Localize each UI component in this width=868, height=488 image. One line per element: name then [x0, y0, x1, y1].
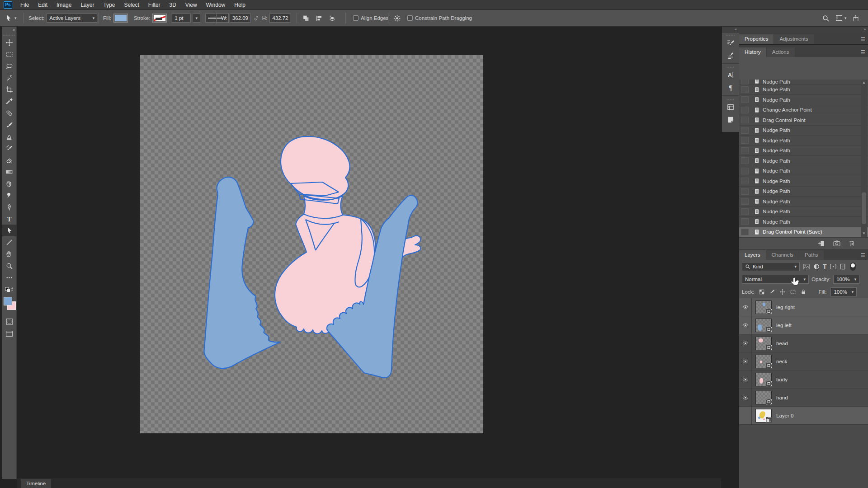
- panel-menu-icon[interactable]: ☰: [860, 49, 865, 57]
- layer-visibility-toggle[interactable]: [739, 371, 752, 389]
- history-row[interactable]: Nudge Path: [739, 207, 868, 217]
- lock-position-icon[interactable]: [779, 289, 786, 295]
- history-source-well[interactable]: [741, 178, 749, 184]
- layer-thumbnail[interactable]: [755, 300, 772, 314]
- filter-type-layers-icon[interactable]: T: [823, 263, 827, 270]
- history-row[interactable]: Nudge Path: [739, 136, 868, 146]
- height-field[interactable]: 432.72 px: [269, 14, 290, 23]
- dock-tool-presets[interactable]: [722, 49, 739, 62]
- history-row[interactable]: Nudge Path: [739, 156, 868, 166]
- history-source-well[interactable]: [741, 208, 749, 215]
- tool-hand[interactable]: [2, 248, 17, 260]
- tool-brush[interactable]: [2, 119, 17, 131]
- toolbar-grip[interactable]: ▪▪▪▪▪▪▪▪: [2, 33, 16, 37]
- layer-row-leg-right[interactable]: leg right: [739, 298, 868, 316]
- history-row[interactable]: Nudge Path: [739, 166, 868, 177]
- lock-image-pixels-icon[interactable]: [769, 289, 775, 295]
- arrange-paths-icon[interactable]: [328, 14, 336, 22]
- layer-visibility-toggle[interactable]: [739, 334, 752, 352]
- layer-visibility-toggle[interactable]: [739, 407, 752, 425]
- layer-row-leg-left[interactable]: leg left: [739, 316, 868, 334]
- dock-collapse-button[interactable]: «: [722, 27, 739, 33]
- tool-gradient[interactable]: [2, 166, 17, 178]
- filter-shape-layers-icon[interactable]: [830, 263, 837, 270]
- layer-row-hand[interactable]: hand: [739, 389, 868, 407]
- layer-thumbnail[interactable]: [755, 409, 772, 422]
- layer-thumbnail[interactable]: [755, 319, 772, 332]
- lock-transparent-pixels-icon[interactable]: [759, 289, 765, 295]
- align-paths-icon[interactable]: [315, 14, 323, 22]
- layer-thumbnail[interactable]: [755, 373, 772, 386]
- history-source-well[interactable]: [741, 218, 749, 225]
- new-document-from-state-icon[interactable]: [818, 239, 826, 247]
- share-icon[interactable]: [852, 14, 859, 22]
- tab-properties[interactable]: Properties: [739, 34, 774, 44]
- constrain-path-dragging-checkbox[interactable]: [407, 15, 413, 21]
- tab-history[interactable]: History: [739, 47, 766, 57]
- menu-window[interactable]: Window: [202, 0, 230, 10]
- panel-menu-icon[interactable]: ☰: [860, 36, 865, 44]
- scroll-down-icon[interactable]: ▼: [862, 231, 866, 235]
- tab-timeline[interactable]: Timeline: [21, 479, 51, 488]
- history-source-well[interactable]: [741, 137, 749, 144]
- dock-paragraph[interactable]: ¶: [722, 81, 739, 94]
- delete-state-trash-icon[interactable]: [848, 239, 855, 247]
- menu-view[interactable]: View: [181, 0, 202, 10]
- menu-3d[interactable]: 3D: [165, 0, 180, 10]
- lock-artboard-icon[interactable]: [790, 289, 796, 295]
- layer-name[interactable]: hand: [776, 395, 788, 400]
- layer-visibility-toggle[interactable]: [739, 389, 752, 407]
- tab-paths[interactable]: Paths: [799, 250, 823, 260]
- history-row[interactable]: Change Anchor Point: [739, 105, 868, 116]
- history-source-well[interactable]: [741, 117, 749, 123]
- filter-adjustment-layers-icon[interactable]: [813, 263, 820, 270]
- layer-thumbnail[interactable]: [755, 355, 772, 368]
- tab-layers[interactable]: Layers: [739, 250, 766, 260]
- tool-edit-toolbar[interactable]: [2, 272, 17, 283]
- history-row[interactable]: Drag Control Point (Save): [739, 227, 868, 238]
- dock-notes[interactable]: [722, 113, 739, 126]
- tab-channels[interactable]: Channels: [766, 250, 799, 260]
- tool-spot-healing-brush[interactable]: [2, 107, 17, 119]
- opacity-dropdown[interactable]: 100% ▾: [833, 275, 859, 284]
- history-row[interactable]: Nudge Path: [739, 85, 868, 95]
- document-canvas[interactable]: [140, 55, 483, 433]
- history-source-well[interactable]: [741, 86, 749, 93]
- history-row[interactable]: Nudge Path: [739, 146, 868, 156]
- menu-layer[interactable]: Layer: [76, 0, 99, 10]
- layer-name[interactable]: body: [776, 377, 788, 382]
- history-row[interactable]: Nudge Path: [739, 187, 868, 197]
- gear-icon[interactable]: [393, 14, 401, 22]
- fill-dropdown[interactable]: 100% ▾: [830, 287, 857, 296]
- layer-visibility-toggle[interactable]: [739, 352, 752, 371]
- link-dimensions-icon[interactable]: [253, 14, 260, 22]
- dock-character[interactable]: A: [722, 69, 739, 81]
- search-icon[interactable]: [822, 14, 830, 22]
- panel-menu-icon[interactable]: ☰: [860, 252, 865, 260]
- layer-thumbnail[interactable]: [755, 337, 772, 350]
- layer-row-neck[interactable]: neck: [739, 352, 868, 371]
- menu-image[interactable]: Image: [52, 0, 76, 10]
- history-row[interactable]: Nudge Path: [739, 126, 868, 136]
- tool-history-brush[interactable]: [2, 142, 17, 154]
- width-field[interactable]: 362.09 px: [230, 14, 250, 23]
- layer-name[interactable]: leg right: [776, 305, 795, 310]
- history-source-well[interactable]: [741, 168, 749, 174]
- layer-row-body[interactable]: body: [739, 371, 868, 389]
- tool-eraser[interactable]: [2, 154, 17, 166]
- history-row[interactable]: Drag Control Point: [739, 115, 868, 126]
- stroke-width-field[interactable]: 1 pt: [172, 14, 191, 23]
- quick-mask-button[interactable]: [2, 316, 17, 328]
- tool-rectangular-marquee[interactable]: [2, 48, 17, 60]
- layer-name[interactable]: Layer 0: [776, 413, 793, 418]
- workspace-switcher[interactable]: ▾: [835, 14, 847, 22]
- scroll-up-icon[interactable]: ▲: [862, 80, 866, 84]
- tool-pen[interactable]: [2, 201, 17, 213]
- foreground-color-swatch[interactable]: [4, 297, 12, 305]
- layer-thumbnail[interactable]: [755, 391, 772, 404]
- tool-eyedropper[interactable]: [2, 95, 17, 107]
- stroke-swatch[interactable]: [152, 14, 167, 23]
- menu-select[interactable]: Select: [119, 0, 143, 10]
- history-scrollbar[interactable]: ▲ ▼: [861, 80, 867, 237]
- toolbar-collapse-button[interactable]: »: [2, 27, 16, 33]
